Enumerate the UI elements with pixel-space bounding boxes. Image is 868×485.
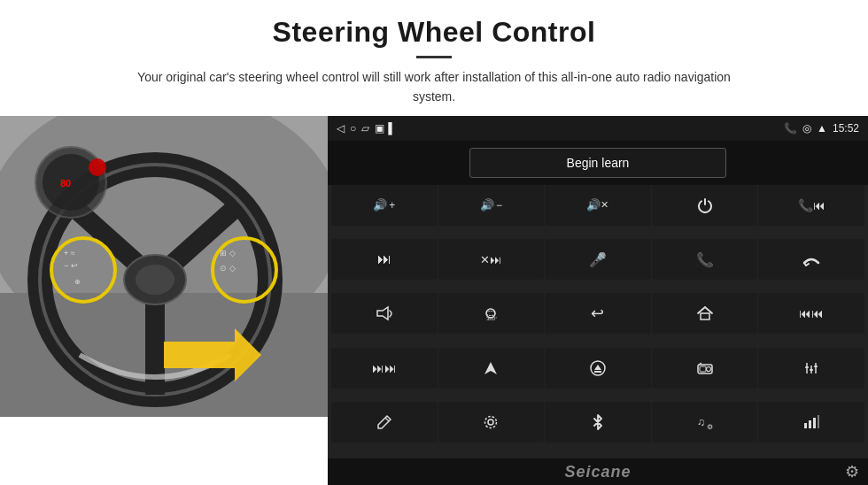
svg-rect-31	[700, 366, 706, 372]
seicane-logo: Seicane	[564, 463, 631, 481]
settings-sm-button[interactable]	[438, 402, 545, 443]
svg-rect-37	[810, 369, 813, 371]
back-icon[interactable]: ◁	[337, 122, 345, 135]
phone-status-icon: 📞	[784, 122, 797, 135]
eject-button[interactable]	[545, 348, 651, 389]
svg-text:⊞  ◇: ⊞ ◇	[220, 249, 236, 258]
360-cam-button[interactable]: 360°	[438, 293, 545, 334]
next-button[interactable]: ⏭	[331, 239, 438, 280]
svg-rect-25	[701, 313, 709, 319]
svg-rect-38	[814, 366, 818, 367]
fast-back-button[interactable]: ⏮⏮	[758, 293, 864, 334]
svg-rect-36	[805, 366, 809, 368]
call-button[interactable]: 📞	[652, 239, 758, 280]
svg-point-23	[486, 312, 495, 316]
svg-text:360°: 360°	[486, 316, 498, 321]
wifi-status-icon: ▲	[817, 122, 827, 135]
svg-text:⚙: ⚙	[707, 423, 713, 430]
svg-line-39	[385, 418, 389, 421]
status-left: ◁ ○ ▱ ▣▐	[337, 122, 392, 135]
svg-text:−   ↩: − ↩	[64, 261, 78, 270]
svg-text:⊕: ⊕	[74, 278, 81, 286]
power-button[interactable]	[652, 185, 758, 226]
svg-point-9	[136, 265, 174, 295]
signal-bars-button[interactable]	[758, 402, 864, 443]
mute-button[interactable]: 🔊✕	[545, 185, 651, 226]
svg-point-30	[706, 366, 710, 371]
svg-text:♫: ♫	[697, 416, 705, 428]
svg-rect-45	[809, 420, 811, 428]
page-title: Steering Wheel Control	[53, 16, 815, 49]
svg-rect-28	[594, 371, 601, 373]
svg-marker-21	[377, 307, 388, 319]
fast-fwd-button[interactable]: ⏭⏭	[331, 348, 438, 389]
home-button[interactable]	[652, 293, 758, 334]
controls-grid: 🔊+ 🔊− 🔊✕ 📞⏮	[328, 185, 868, 458]
eq-button[interactable]	[758, 348, 864, 389]
status-right: 📞 ◎ ▲ 15:52	[784, 122, 859, 135]
home-icon[interactable]: ○	[350, 122, 356, 135]
skip-fast-button[interactable]: ✕⏭	[438, 239, 545, 280]
music-settings-button[interactable]: ♫ ⚙	[652, 402, 758, 443]
mic-button[interactable]: 🎤	[545, 239, 651, 280]
pen-button[interactable]	[331, 402, 438, 443]
vol-up-button[interactable]: 🔊+	[331, 185, 438, 226]
recents-icon[interactable]: ▱	[361, 122, 369, 135]
begin-learn-button[interactable]: Begin learn	[469, 148, 726, 178]
radio-button[interactable]	[652, 348, 758, 389]
nav-button[interactable]	[438, 348, 545, 389]
svg-text:⊙  ◇: ⊙ ◇	[220, 264, 236, 273]
svg-rect-46	[813, 418, 816, 428]
begin-learn-row: Begin learn	[328, 141, 868, 185]
svg-point-20	[89, 158, 106, 176]
horn-button[interactable]	[331, 293, 438, 334]
status-bar: ◁ ○ ▱ ▣▐ 📞 ◎ ▲ 15:52	[328, 116, 868, 141]
location-status-icon: ◎	[802, 122, 811, 135]
page-container: Steering Wheel Control Your original car…	[0, 0, 868, 485]
svg-rect-47	[818, 415, 819, 428]
subtitle-text: Your original car's steering wheel contr…	[124, 67, 744, 107]
svg-rect-44	[804, 423, 807, 428]
time-display: 15:52	[833, 122, 859, 135]
bottom-bar: Seicane ⚙	[328, 458, 868, 485]
content-area: + ≈ − ↩ ⊕ ⊞ ◇ ⊙ ◇ 80	[0, 116, 868, 485]
header-section: Steering Wheel Control Your original car…	[0, 0, 868, 116]
settings-gear-icon[interactable]: ⚙	[845, 462, 859, 481]
title-divider	[416, 56, 452, 58]
steering-wheel-image: + ≈ − ↩ ⊕ ⊞ ◇ ⊙ ◇ 80	[0, 116, 328, 417]
svg-text:+   ≈: + ≈	[64, 249, 75, 258]
bluetooth-button[interactable]	[545, 402, 651, 443]
prev-end-button[interactable]: 📞⏮	[758, 185, 864, 226]
android-screen: ◁ ○ ▱ ▣▐ 📞 ◎ ▲ 15:52 Begin learn	[328, 116, 868, 485]
svg-point-40	[488, 420, 493, 425]
svg-text:80: 80	[60, 178, 71, 189]
signal-icon: ▣▐	[375, 122, 392, 135]
hang-up-button[interactable]	[758, 239, 864, 280]
vol-down-button[interactable]: 🔊−	[438, 185, 545, 226]
back-button[interactable]: ↩	[545, 293, 651, 334]
svg-marker-26	[484, 362, 497, 374]
svg-point-41	[485, 416, 497, 427]
